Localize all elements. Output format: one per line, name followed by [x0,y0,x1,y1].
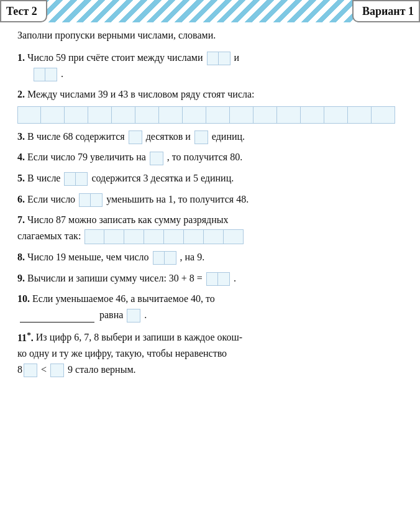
task-9-num: 9. [17,273,25,283]
task-2: 2. Между числами 39 и 43 в числовом ряду… [17,86,403,124]
task-7-box-4[interactable] [144,229,164,244]
instruction: Заполни пропуски верными числами, словам… [17,30,403,41]
task-5-num: 5. [17,173,25,183]
task-2-box-4[interactable] [88,106,112,124]
task-5-text2: содержится 3 десятка и 5 единиц. [91,173,234,183]
content: Заполни пропуски верными числами, словам… [0,22,420,394]
task-2-box-11[interactable] [253,106,277,124]
task-2-box-6[interactable] [135,106,159,124]
task-1-num: 1. [17,52,25,63]
task-1-box2[interactable] [34,68,57,81]
task-7-box-3[interactable] [124,229,144,244]
task-2-box-9[interactable] [206,106,230,124]
task-8-num: 8. [17,252,25,262]
task-6-text1: Если число [27,194,78,204]
task-11-box2[interactable] [50,364,64,377]
test-label-text: Тест 2 [6,5,37,18]
task-4-box[interactable] [150,152,163,165]
task-2-boxes[interactable] [17,106,403,124]
task-2-num: 2. [17,89,25,99]
task-3-text2: десятков и [146,131,193,142]
task-1: 1. Число 59 при счёте стоит между числам… [17,50,403,81]
task-4-text2: , то получится 80. [167,152,242,162]
task-10: 10. Если уменьшаемое 46, а вычитаемое 40… [17,291,403,323]
task-7-text2: слагаемых так: [17,231,81,241]
task-9-dot: . [234,273,236,283]
task-2-box-1[interactable] [17,106,41,124]
task-2-box-3[interactable] [65,106,88,124]
task-4: 4. Если число 79 увеличить на , то получ… [17,149,403,165]
task-8: 8. Число 19 меньше, чем число , на 9. [17,249,403,265]
task-5-text1: В числе [27,173,63,183]
task-7-box-1[interactable] [84,229,104,244]
variant-label-text: Вариант 1 [362,5,414,18]
task-2-box-15[interactable] [348,106,372,124]
task-9: 9. Вычисли и запиши сумму чисел: 30 + 8 … [17,270,403,286]
task-10-num: 10. [17,293,30,304]
task-2-box-2[interactable] [41,106,65,124]
task-11: 11*. Из цифр 6, 7, 8 выбери и запиши в к… [17,327,403,377]
task-2-box-13[interactable] [301,106,324,124]
task-6-box[interactable] [79,193,103,207]
task-11-text2: ко одну и ту же цифру, такую, чтобы нера… [17,348,227,359]
task-11-box1[interactable] [24,364,37,377]
task-6-text2: уменьшить на 1, то получится 48. [106,194,249,204]
task-11-eq1: 8 [17,364,22,375]
task-3-box2[interactable] [194,130,208,144]
task-9-text1: Вычисли и запиши сумму чисел: 30 + 8 = [27,273,205,283]
task-7-boxes[interactable] [84,229,244,244]
task-9-box[interactable] [206,272,230,286]
task-1-and: и [234,52,240,63]
task-10-box[interactable] [127,309,140,323]
task-1-dot: . [61,68,63,79]
task-6: 6. Если число уменьшить на 1, то получит… [17,191,403,208]
task-8-text2: , на 9. [180,252,205,262]
task-7-box-8[interactable] [224,229,244,244]
task-10-blank[interactable] [20,311,94,323]
task-11-eq2: 9 стало верным. [68,364,136,375]
task-11-num: 11*. [17,332,34,343]
task-8-text1: Число 19 меньше, чем число [27,252,152,262]
task-10-text1: Если уменьшаемое 46, а вычитаемое 40, то [32,293,215,304]
task-7-box-5[interactable] [164,229,184,244]
task-4-text1: Если число 79 увеличить на [27,152,148,162]
task-10-text2: равна [99,309,126,320]
task-3-text1: В числе 68 содержится [27,131,127,142]
task-5-box[interactable] [64,172,88,186]
task-2-box-12[interactable] [277,106,301,124]
task-2-box-16[interactable] [372,106,395,124]
task-2-box-7[interactable] [159,106,183,124]
task-3: 3. В числе 68 содержится десятков и един… [17,129,403,145]
task-2-text: Между числами 39 и 43 в числовом ряду ст… [27,89,255,99]
task-1-text: Число 59 при счёте стоит между числами [27,52,206,63]
task-7-num: 7. [17,214,25,225]
task-4-num: 4. [17,152,25,162]
task-3-num: 3. [17,131,25,142]
task-2-box-10[interactable] [230,106,253,124]
task-5: 5. В числе содержится 3 десятка и 5 един… [17,170,403,186]
task-2-box-14[interactable] [324,106,348,124]
task-3-box1[interactable] [129,130,142,144]
task-2-box-8[interactable] [183,106,206,124]
test-label: Тест 2 [0,0,47,22]
task-7-box-6[interactable] [184,229,204,244]
task-11-lt: < [41,364,49,375]
top-bar: Тест 2 Вариант 1 [0,0,420,22]
task-7: 7. Число 87 можно записать как сумму раз… [17,212,403,244]
task-7-box-2[interactable] [104,229,124,244]
task-11-text1: Из цифр 6, 7, 8 выбери и запиши в каждое… [36,332,242,343]
task-2-box-5[interactable] [112,106,135,124]
task-8-box[interactable] [153,251,176,265]
task-10-dot: . [144,309,147,320]
task-3-text3: единиц. [212,131,245,142]
task-7-text1: Число 87 можно записать как сумму разряд… [27,214,229,225]
task-6-num: 6. [17,194,25,204]
task-7-box-7[interactable] [204,229,224,244]
task-1-box1[interactable] [207,52,231,65]
variant-label: Вариант 1 [352,0,420,22]
